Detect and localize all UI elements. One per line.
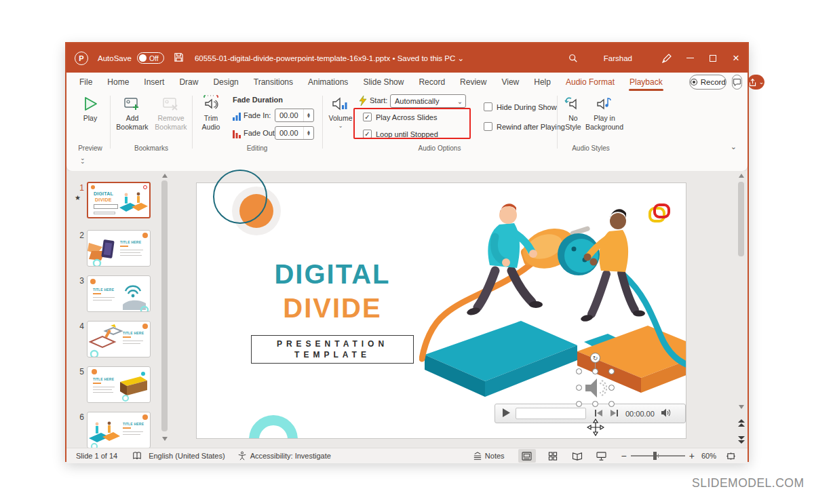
accessibility-status[interactable]: Accessibility: Investigate [250, 452, 331, 460]
vertical-scrollbar[interactable] [738, 182, 744, 256]
reading-view-button[interactable] [568, 449, 586, 463]
pane-collapse-icon[interactable]: ⌄⌄ [80, 157, 85, 163]
fade-in-spinner[interactable]: 00.00 ▲▼ [275, 109, 314, 122]
tab-insert[interactable]: Insert [136, 73, 172, 92]
tab-review[interactable]: Review [452, 73, 494, 92]
checkbox-rewind-after-playing[interactable]: Rewind after Playing [484, 122, 565, 131]
tab-home[interactable]: Home [100, 73, 136, 92]
zoom-out-button[interactable]: − [621, 450, 627, 461]
digital-divide-illustration[interactable] [419, 184, 686, 408]
player-volume-icon[interactable] [661, 408, 672, 420]
fit-slide-to-window-button[interactable] [722, 449, 739, 463]
maximize-button[interactable] [701, 43, 724, 73]
notes-button[interactable]: Notes [473, 452, 505, 460]
tab-animations[interactable]: Animations [301, 73, 355, 92]
toggle-knob-icon [139, 54, 147, 62]
spinner-arrows-icon[interactable]: ▲▼ [303, 109, 313, 121]
start-dropdown[interactable]: Automatically ⌄ [390, 94, 466, 108]
next-slide-button[interactable] [738, 434, 745, 446]
add-bookmark-icon [123, 94, 141, 112]
tab-draw[interactable]: Draw [172, 73, 206, 92]
selection-handle[interactable] [608, 368, 615, 374]
teal-ring-shape[interactable] [213, 170, 267, 224]
selection-handle[interactable] [576, 368, 582, 374]
normal-view-button[interactable] [518, 449, 536, 463]
tab-record[interactable]: Record [411, 73, 452, 92]
volume-button[interactable]: Volume ⌄ [325, 94, 356, 129]
record-button[interactable]: Record [689, 75, 726, 90]
tab-transitions[interactable]: Transitions [246, 73, 301, 92]
selection-handle[interactable] [592, 368, 598, 374]
tab-view[interactable]: View [494, 73, 526, 92]
document-title[interactable]: 60555-01-digital-divide-powerpoint-templ… [195, 54, 464, 63]
save-icon[interactable] [174, 52, 184, 64]
no-style-button[interactable]: No Style [560, 94, 587, 131]
slide-thumbnail-5[interactable]: TITLE HERE [87, 366, 151, 403]
player-play-icon[interactable] [502, 408, 510, 420]
share-button[interactable]: ⌄ [748, 75, 765, 90]
volume-icon [332, 94, 349, 112]
slide-thumbnail-1[interactable]: DIGITAL DIVIDE [87, 182, 151, 218]
tab-audio-format[interactable]: Audio Format [558, 73, 622, 92]
selection-handle[interactable] [608, 401, 615, 407]
play-in-background-button[interactable]: Play in Background [585, 94, 623, 131]
autosave-toggle[interactable]: Off [137, 52, 164, 64]
zoom-slider[interactable] [631, 455, 685, 456]
play-preview-button[interactable]: Play [77, 94, 104, 123]
zoom-slider-thumb[interactable] [653, 452, 657, 460]
close-button[interactable]: × [724, 43, 748, 73]
remove-bookmark-button[interactable]: Remove Bookmark [152, 94, 190, 131]
search-icon[interactable] [562, 43, 585, 73]
thumbnail-scrollbar[interactable] [161, 180, 168, 431]
selection-handle[interactable] [608, 385, 615, 391]
slide-thumbnail-6[interactable]: TITLE HERE [87, 412, 151, 448]
workspace: 1 ★ DIGITAL DIVIDE 2 [66, 171, 748, 448]
collapse-ribbon-icon[interactable]: ⌄ [731, 142, 737, 151]
tab-design[interactable]: Design [206, 73, 246, 92]
tab-playback[interactable]: Playback [622, 73, 670, 92]
previous-slide-button[interactable] [738, 418, 745, 430]
thumbnail-scroll-up-icon[interactable] [162, 174, 168, 178]
autosave-label: AutoSave [98, 54, 132, 62]
subtitle-box[interactable]: PRESENTATION TEMPLATE [251, 335, 414, 364]
zoom-level[interactable]: 60% [701, 452, 716, 460]
play-in-background-icon [596, 94, 613, 112]
slide-canvas[interactable]: DIGITAL DIVIDE PRESENTATION TEMPLATE [196, 182, 686, 439]
scroll-up-icon[interactable] [739, 174, 744, 178]
tab-file[interactable]: File [72, 73, 100, 92]
tab-help[interactable]: Help [526, 73, 558, 92]
player-progress-track[interactable] [516, 408, 586, 419]
slide-thumbnail-3[interactable]: TITLE HERE [87, 275, 151, 312]
selection-handle[interactable] [576, 401, 582, 407]
trim-audio-button[interactable]: Trim Audio [196, 94, 226, 131]
spinner-arrows-icon[interactable]: ▲▼ [303, 127, 313, 139]
slide-thumbnail-panel: 1 ★ DIGITAL DIVIDE 2 [66, 171, 170, 448]
selection-handle[interactable] [592, 401, 598, 407]
tab-slide-show[interactable]: Slide Show [355, 73, 411, 92]
slide-thumbnail-4[interactable]: TITLE HERE [87, 321, 151, 357]
minimize-button[interactable] [678, 43, 701, 73]
slideshow-view-button[interactable] [593, 449, 610, 463]
language-indicator[interactable]: English (United States) [149, 452, 225, 460]
checkbox-hide-during-show[interactable]: Hide During Show [484, 102, 557, 111]
audio-object-icon[interactable] [584, 377, 607, 399]
slide-thumbnail-2[interactable]: TITLE HERE [87, 230, 151, 267]
player-move-back-icon[interactable] [594, 408, 603, 420]
thumbnail-scroll-down-icon[interactable] [162, 437, 168, 441]
comments-button[interactable] [732, 75, 742, 90]
powerpoint-app-icon[interactable]: P [75, 52, 88, 65]
zoom-in-button[interactable]: + [689, 450, 695, 461]
spellcheck-icon[interactable] [132, 451, 142, 461]
no-style-icon [564, 94, 582, 112]
pen-input-icon[interactable] [655, 43, 678, 73]
slide-sorter-view-button[interactable] [544, 449, 562, 463]
player-move-forward-icon[interactable] [610, 408, 619, 420]
scroll-down-icon[interactable] [739, 405, 744, 409]
fade-out-spinner[interactable]: 00.00 ▲▼ [275, 126, 314, 140]
zoom-tick [658, 454, 659, 459]
add-bookmark-button[interactable]: Add Bookmark [114, 94, 151, 131]
slide-indicator[interactable]: Slide 1 of 14 [76, 452, 117, 460]
rotate-handle-icon[interactable]: ↻ [590, 353, 600, 363]
user-name[interactable]: Farshad [604, 54, 632, 62]
selection-handle[interactable] [576, 385, 582, 391]
